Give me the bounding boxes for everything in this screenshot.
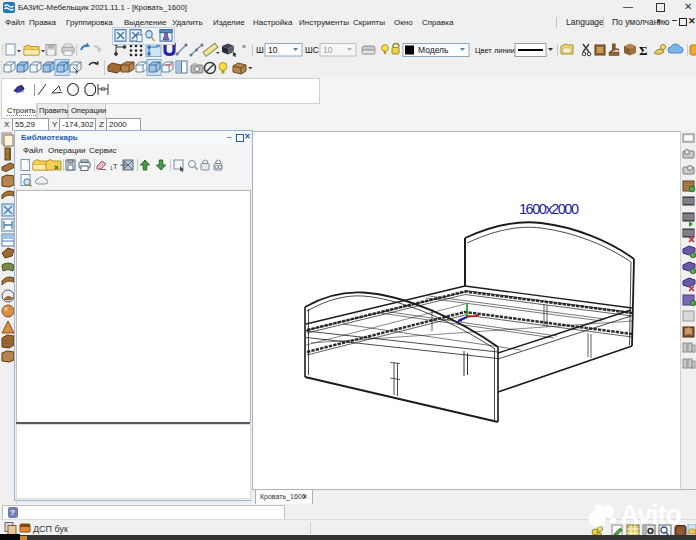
svg-text:10: 10 — [268, 45, 278, 55]
svg-text:Цвет линии: Цвет линии — [475, 46, 515, 55]
svg-text:Avito: Avito — [620, 500, 681, 530]
svg-text:Ш: Ш — [256, 45, 264, 55]
svg-text:»: » — [242, 43, 246, 50]
svg-text:10: 10 — [323, 45, 333, 55]
svg-text:1600x2000: 1600x2000 — [519, 201, 579, 217]
svg-text:Σ: Σ — [639, 43, 648, 57]
svg-text:ШС: ШС — [305, 45, 319, 55]
svg-text:Модель: Модель — [418, 45, 449, 55]
svg-text:₁T: ₁T — [110, 162, 118, 171]
